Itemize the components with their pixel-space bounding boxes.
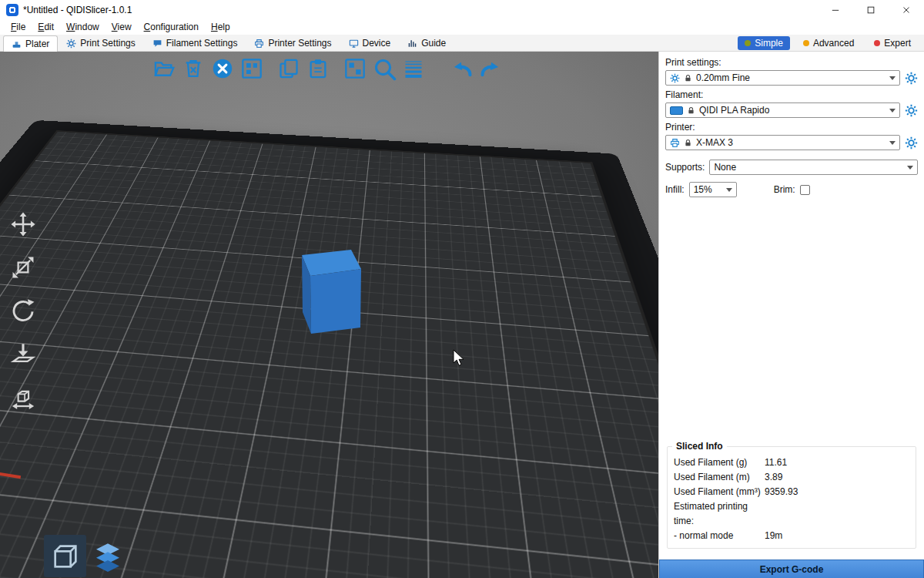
minimize-button[interactable] [818, 0, 853, 19]
menu-window[interactable]: Window [60, 20, 105, 34]
lock-icon [687, 106, 695, 115]
gear-icon [670, 73, 680, 83]
place-on-face-button[interactable] [8, 338, 38, 369]
printer-select[interactable]: X-MAX 3 [665, 135, 900, 150]
filament-color-swatch [670, 106, 683, 115]
print-settings-row: 0.20mm Fine [665, 70, 918, 86]
simple-mode-dot-icon [745, 40, 751, 46]
brim-checkbox[interactable] [800, 185, 810, 195]
copy-button[interactable] [276, 55, 302, 82]
maximize-button[interactable] [853, 0, 889, 19]
menu-configuration[interactable]: Configuration [138, 20, 205, 34]
tab-filament-settings[interactable]: Filament Settings [144, 35, 246, 51]
filament-select[interactable]: QIDI PLA Rapido [665, 102, 900, 118]
tab-guide[interactable]: Guide [399, 35, 454, 51]
menu-bar: File Edit Window View Configuration Help [0, 19, 924, 35]
filament-icon [152, 39, 162, 49]
undo-button[interactable] [448, 55, 474, 82]
gizmo-toolbar [8, 209, 38, 412]
sliced-info-value: 11.61 [765, 455, 909, 470]
delete-all-button[interactable] [209, 55, 236, 82]
lock-icon [684, 74, 692, 82]
arrange-button[interactable] [239, 55, 265, 82]
tab-plater[interactable]: Plater [3, 35, 58, 52]
sliced-info-label: Estimated printing time: [674, 499, 765, 529]
export-gcode-button[interactable]: Export G-code [659, 560, 924, 578]
scale-button[interactable] [8, 252, 38, 283]
tab-print-settings[interactable]: Print Settings [58, 35, 143, 51]
menu-view[interactable]: View [105, 20, 138, 34]
sliced-info-row: Used Filament (m) 3.89 [674, 470, 909, 485]
brim-label: Brim: [774, 184, 795, 195]
editor-view-icon [50, 541, 81, 572]
paste-button[interactable] [305, 55, 331, 82]
tab-label: Filament Settings [166, 38, 238, 49]
infill-select[interactable]: 15% [689, 182, 737, 197]
close-button[interactable] [889, 0, 924, 19]
infill-label: Infill: [665, 184, 685, 195]
sliced-info-value [765, 499, 909, 529]
variable-layer-height-icon [403, 58, 424, 79]
split-objects-button[interactable] [342, 55, 368, 82]
supports-select[interactable]: None [709, 160, 918, 175]
sliced-info-label: - normal mode [674, 529, 765, 543]
guide-icon [407, 39, 417, 49]
print-settings-gear-button[interactable] [905, 72, 918, 85]
paste-icon [307, 58, 329, 79]
move-button[interactable] [8, 209, 38, 240]
tab-label: Print Settings [80, 38, 135, 49]
print-bed [0, 130, 658, 578]
sliced-info-title: Sliced Info [672, 441, 727, 452]
supports-row: Supports: None [665, 160, 918, 175]
infill-value: 15% [694, 184, 722, 195]
filament-gear-button[interactable] [905, 104, 918, 117]
app-window: *Untitled - QIDISlicer-1.0.1 File Edit W… [0, 0, 924, 578]
mode-label: Expert [884, 38, 911, 49]
tab-label: Guide [421, 38, 446, 49]
titlebar: *Untitled - QIDISlicer-1.0.1 [0, 0, 924, 19]
bed-scene [0, 52, 658, 578]
chevron-down-icon [726, 188, 732, 192]
search-button[interactable] [371, 55, 397, 82]
mode-simple[interactable]: Simple [738, 36, 790, 50]
printer-gear-button[interactable] [905, 136, 918, 150]
variable-layer-height-button[interactable] [400, 55, 427, 82]
mode-advanced[interactable]: Advanced [796, 36, 861, 50]
rotate-button[interactable] [8, 295, 38, 326]
view-toggle-bar [44, 535, 129, 577]
menu-help[interactable]: Help [205, 20, 236, 34]
place-on-face-icon [10, 341, 36, 367]
tab-device[interactable]: Device [340, 35, 400, 51]
editor-view-button[interactable] [44, 535, 86, 577]
delete-button[interactable] [180, 55, 206, 82]
menu-edit[interactable]: Edit [32, 20, 60, 34]
delete-icon [182, 58, 204, 79]
print-settings-label: Print settings: [665, 57, 918, 68]
scale-icon [10, 254, 36, 281]
sliced-info-label: Used Filament (m) [674, 470, 765, 485]
mode-label: Simple [755, 38, 783, 49]
sliced-info-label: Used Filament (g) [674, 455, 765, 470]
tab-printer-settings[interactable]: Printer Settings [246, 35, 340, 51]
open-button[interactable] [151, 55, 177, 82]
mode-expert[interactable]: Expert [867, 36, 918, 50]
expert-mode-dot-icon [874, 40, 880, 46]
sliced-info-value: 3.89 [765, 470, 909, 485]
printer-icon [254, 39, 264, 49]
move-icon [10, 211, 36, 237]
filament-row: QIDI PLA Rapido [665, 102, 918, 118]
menu-file[interactable]: File [5, 20, 32, 34]
filament-label: Filament: [665, 89, 918, 100]
tab-label: Device [363, 38, 391, 49]
measure-button[interactable] [8, 381, 38, 412]
settings-panel-body: Print settings: 0.20mm Fine Filament: [659, 52, 924, 560]
preview-view-button[interactable] [86, 535, 129, 577]
viewport-3d[interactable] [0, 52, 658, 578]
plater-icon [12, 39, 22, 49]
tab-label: Plater [25, 39, 49, 49]
print-settings-select[interactable]: 0.20mm Fine [665, 70, 900, 86]
sliced-info-value: 19m [765, 529, 909, 543]
minimize-icon [830, 5, 841, 15]
mode-switcher: Simple Advanced Expert [738, 35, 924, 51]
redo-button[interactable] [477, 55, 504, 82]
